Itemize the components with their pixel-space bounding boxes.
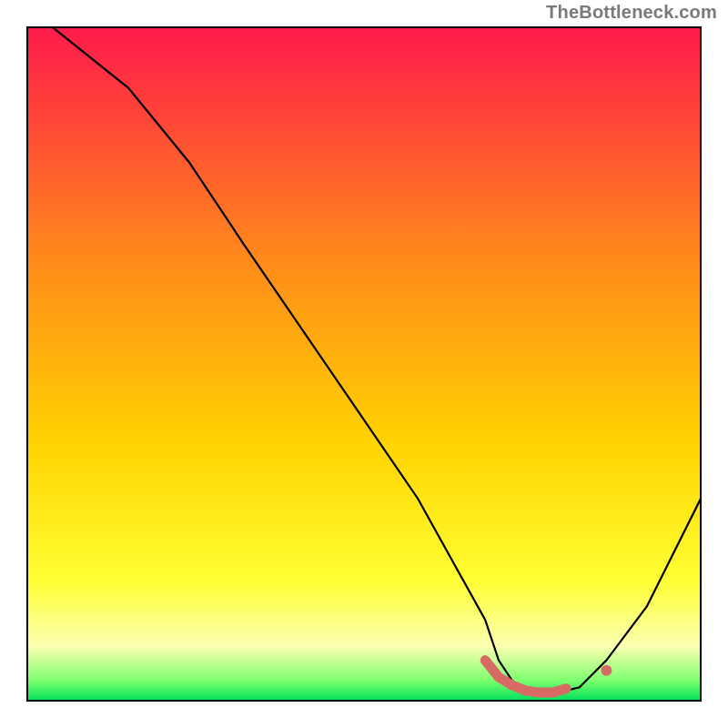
gradient-background <box>27 27 701 701</box>
chart-container: TheBottleneck.com <box>0 0 728 728</box>
bottleneck-chart <box>0 0 728 728</box>
marker-dot <box>601 665 612 676</box>
